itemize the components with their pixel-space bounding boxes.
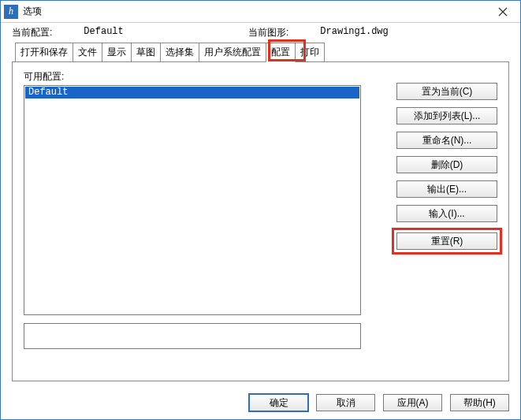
current-profile-label: 当前配置: [12, 26, 52, 39]
tab-files[interactable]: 文件 [73, 43, 102, 62]
current-drawing-label: 当前图形: [248, 26, 288, 39]
side-buttons: 置为当前(C) 添加到列表(L)... 重命名(N)... 删除(D) 输出(E… [396, 83, 497, 253]
profile-description-box[interactable] [24, 323, 361, 349]
close-button[interactable] [486, 1, 520, 23]
reset-button[interactable]: 重置(R) [396, 232, 497, 250]
delete-button[interactable]: 删除(D) [396, 156, 497, 173]
current-profile-value: Default [84, 26, 123, 39]
rename-button[interactable]: 重命名(N)... [396, 132, 497, 149]
window-title: 选项 [23, 5, 42, 18]
annotation-highlight-reset: 重置(R) [392, 228, 502, 255]
tab-strip: 打开和保存 文件 显示 草图 选择集 用户系统配置 配置 打印 [1, 43, 520, 62]
app-icon: h [4, 5, 18, 19]
apply-button[interactable]: 应用(A) [383, 394, 442, 411]
tab-print[interactable]: 打印 [295, 43, 325, 62]
available-profiles-listbox[interactable]: Default [24, 85, 361, 315]
tab-user-sys[interactable]: 用户系统配置 [199, 43, 266, 62]
list-item[interactable]: Default [25, 87, 359, 98]
tab-display[interactable]: 显示 [102, 43, 132, 62]
titlebar: h 选项 [1, 1, 520, 23]
tab-open-save[interactable]: 打开和保存 [15, 43, 73, 62]
import-button[interactable]: 输入(I)... [396, 205, 497, 222]
profiles-panel: 可用配置: Default 置为当前(C) 添加到列表(L)... 重命名(N)… [12, 61, 509, 381]
options-dialog: h 选项 当前配置: Default 当前图形: Drawing1.dwg 打开… [0, 0, 521, 420]
available-profiles-label: 可用配置: [24, 70, 497, 84]
tab-draft[interactable]: 草图 [131, 43, 161, 62]
info-row: 当前配置: Default 当前图形: Drawing1.dwg [1, 23, 520, 41]
tab-profiles[interactable]: 配置 [266, 43, 296, 62]
set-current-button[interactable]: 置为当前(C) [396, 83, 497, 100]
add-to-list-button[interactable]: 添加到列表(L)... [396, 107, 497, 125]
dialog-button-bar: 确定 取消 应用(A) 帮助(H) [1, 388, 520, 419]
help-button[interactable]: 帮助(H) [450, 394, 509, 411]
tab-selection[interactable]: 选择集 [160, 43, 199, 62]
cancel-button[interactable]: 取消 [316, 394, 375, 411]
export-button[interactable]: 输出(E)... [396, 180, 497, 198]
current-drawing-value: Drawing1.dwg [320, 26, 388, 39]
ok-button[interactable]: 确定 [249, 394, 308, 411]
